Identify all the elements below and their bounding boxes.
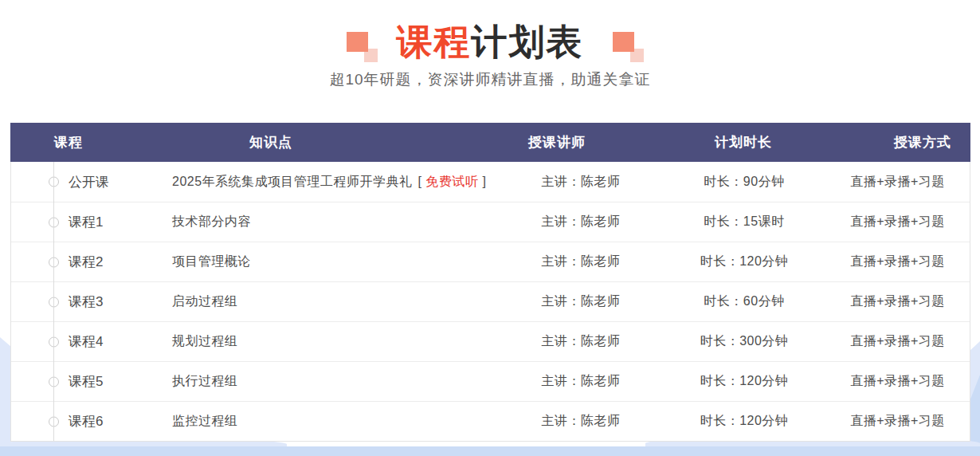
table-row: 课程3 启动过程组 主讲：陈老师 时长：60分钟 直播+录播+习题 — [11, 281, 970, 321]
background-wave-left — [0, 337, 11, 456]
cell-course: 课程5 — [11, 372, 131, 391]
table-row: 课程6 监控过程组 主讲：陈老师 时长：120分钟 直播+录播+习题 — [11, 401, 970, 441]
course-label: 课程6 — [69, 414, 103, 429]
page-title-rest: 计划表 — [472, 22, 584, 62]
course-label: 课程5 — [69, 374, 103, 389]
cell-teacher: 主讲：陈老师 — [497, 293, 664, 310]
cell-teacher: 主讲：陈老师 — [497, 373, 664, 390]
page-title: 课程计划表 — [397, 22, 584, 62]
cell-teacher: 主讲：陈老师 — [497, 214, 664, 230]
column-header-topic: 知识点 — [130, 133, 496, 151]
trial-bracket-close: ] — [483, 175, 487, 188]
page-title-highlight: 课程 — [397, 22, 472, 62]
cell-topic: 项目管理概论 — [131, 254, 497, 270]
deco-square-left — [347, 32, 368, 52]
course-label: 课程4 — [69, 334, 103, 349]
cell-mode: 直播+录播+习题 — [824, 333, 971, 350]
cell-topic: 2025年系统集成项目管理工程师开学典礼[免费试听] — [131, 174, 497, 191]
cell-duration: 时长：60分钟 — [664, 293, 824, 310]
cell-course: 公开课 — [11, 173, 131, 191]
page-subtitle: 超10年研题，资深讲师精讲直播，助通关拿证 — [0, 69, 980, 90]
deco-square-right-light — [630, 49, 644, 62]
cell-duration: 时长：120分钟 — [664, 373, 824, 390]
cell-topic: 监控过程组 — [131, 413, 497, 430]
cell-topic: 规划过程组 — [131, 333, 497, 350]
cell-teacher: 主讲：陈老师 — [497, 413, 664, 430]
topic-text: 2025年系统集成项目管理工程师开学典礼 — [172, 175, 413, 188]
course-label: 课程2 — [69, 254, 103, 269]
cell-course: 课程3 — [11, 293, 131, 311]
cell-duration: 时长：90分钟 — [664, 174, 824, 191]
trial-bracket-open: [ — [418, 175, 422, 188]
cell-duration: 时长：15课时 — [664, 214, 824, 230]
table-header-row: 课程 知识点 授课讲师 计划时长 授课方式 — [10, 123, 970, 162]
column-header-mode: 授课方式 — [823, 133, 970, 151]
cell-topic: 启动过程组 — [131, 293, 497, 310]
course-label: 课程1 — [69, 214, 103, 230]
course-plan-page: 课程计划表 超10年研题，资深讲师精讲直播，助通关拿证 课程 知识点 授课讲师 … — [0, 0, 980, 456]
cell-teacher: 主讲：陈老师 — [497, 174, 664, 191]
column-header-duration: 计划时长 — [664, 133, 823, 151]
cell-course: 课程4 — [11, 332, 131, 351]
cell-mode: 直播+录播+习题 — [824, 174, 971, 191]
cell-course: 课程2 — [11, 253, 131, 271]
deco-square-right — [613, 32, 634, 52]
course-label: 课程3 — [69, 294, 103, 309]
free-trial-link[interactable]: 免费试听 — [426, 175, 479, 188]
cell-duration: 时长：120分钟 — [664, 254, 824, 270]
cell-course: 课程6 — [11, 412, 131, 430]
cell-duration: 时长：120分钟 — [664, 413, 824, 430]
cell-mode: 直播+录播+习题 — [824, 373, 971, 390]
background-wave-bottom — [0, 446, 980, 456]
cell-mode: 直播+录播+习题 — [824, 214, 971, 230]
column-header-teacher: 授课讲师 — [496, 133, 664, 151]
cell-duration: 时长：300分钟 — [664, 333, 824, 350]
column-header-course: 课程 — [10, 133, 130, 151]
course-label: 公开课 — [69, 175, 109, 190]
table-row: 课程5 执行过程组 主讲：陈老师 时长：120分钟 直播+录播+习题 — [11, 361, 970, 401]
cell-teacher: 主讲：陈老师 — [497, 254, 664, 270]
course-plan-table: 课程 知识点 授课讲师 计划时长 授课方式 公开课 2025年系统集成项目管理工… — [10, 123, 970, 442]
cell-teacher: 主讲：陈老师 — [497, 333, 664, 350]
timeline-line — [53, 162, 54, 441]
cell-mode: 直播+录播+习题 — [824, 293, 971, 310]
table-body: 公开课 2025年系统集成项目管理工程师开学典礼[免费试听] 主讲：陈老师 时长… — [10, 162, 970, 442]
table-row: 公开课 2025年系统集成项目管理工程师开学典礼[免费试听] 主讲：陈老师 时长… — [11, 162, 970, 202]
cell-mode: 直播+录播+习题 — [824, 413, 971, 430]
cell-topic: 技术部分内容 — [131, 214, 497, 230]
cell-topic: 执行过程组 — [131, 373, 497, 390]
cell-mode: 直播+录播+习题 — [824, 254, 971, 270]
title-row: 课程计划表 — [0, 22, 980, 62]
table-row: 课程2 项目管理概论 主讲：陈老师 时长：120分钟 直播+录播+习题 — [11, 242, 970, 281]
deco-square-left-light — [364, 49, 378, 62]
table-row: 课程4 规划过程组 主讲：陈老师 时长：300分钟 直播+录播+习题 — [11, 321, 970, 361]
cell-course: 课程1 — [11, 213, 131, 231]
table-row: 课程1 技术部分内容 主讲：陈老师 时长：15课时 直播+录播+习题 — [11, 202, 970, 242]
